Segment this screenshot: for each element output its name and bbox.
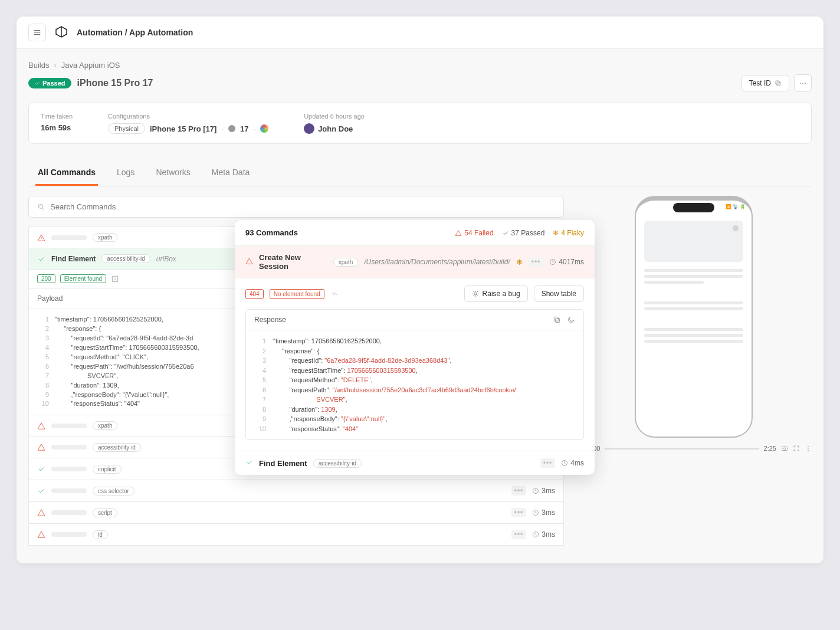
physical-tag: Physical — [108, 123, 145, 134]
meta-card: Time taken 16m 59s Configurations Physic… — [28, 103, 812, 144]
tab-logs[interactable]: Logs — [114, 160, 137, 186]
svg-point-16 — [808, 450, 809, 451]
more-vertical-icon[interactable] — [805, 445, 812, 452]
more-icon[interactable]: ••• — [511, 508, 527, 517]
breadcrumb-project[interactable]: Java Appium iOS — [61, 61, 120, 70]
more-icon[interactable]: ••• — [511, 486, 527, 496]
more-icon[interactable]: ••• — [511, 530, 527, 539]
video-scrubber[interactable] — [605, 448, 759, 449]
passed-count: 37 Passed — [502, 229, 545, 237]
table-row[interactable]: css selector •••3ms — [28, 480, 564, 502]
svg-rect-19 — [556, 319, 560, 323]
flaky-count: ❄ 4 Flaky — [553, 229, 584, 237]
check-icon — [37, 465, 45, 473]
status-badge: Passed — [28, 78, 71, 88]
fullscreen-icon[interactable] — [793, 445, 800, 452]
tab-meta-data[interactable]: Meta Data — [209, 160, 252, 186]
response-code: 1"timestamp": 1705665601625252000,2 "res… — [246, 330, 583, 439]
search-input[interactable] — [28, 196, 564, 218]
svg-point-2 — [800, 83, 801, 84]
check-icon — [245, 458, 253, 468]
warning-icon — [37, 422, 45, 430]
warning-icon — [245, 257, 253, 267]
warning-icon — [37, 508, 45, 517]
tab-all-commands[interactable]: All Commands — [35, 160, 98, 186]
check-icon — [37, 487, 45, 495]
header-breadcrumb: Automation / App Automation — [77, 28, 193, 37]
status-icons: 📶 📡 🔋 — [726, 204, 746, 209]
svg-rect-20 — [554, 317, 558, 321]
command-detail-popup: 93 Commands 54 Failed 37 Passed ❄ 4 Flak… — [235, 220, 595, 475]
more-icon[interactable]: ••• — [529, 257, 544, 267]
show-table-button[interactable]: Show table — [534, 286, 584, 302]
unlink-icon[interactable] — [330, 290, 339, 298]
breadcrumb: Builds › Java Appium iOS — [28, 61, 812, 70]
page-title: iPhone 15 Pro 17 — [77, 78, 153, 88]
raise-bug-button[interactable]: Raise a bug — [464, 286, 528, 302]
svg-rect-1 — [776, 81, 779, 84]
os-icon — [260, 124, 268, 133]
warning-icon — [37, 530, 45, 539]
tab-networks[interactable]: Networks — [153, 160, 192, 186]
svg-rect-12 — [782, 447, 788, 451]
breadcrumb-builds[interactable]: Builds — [28, 61, 49, 70]
warning-icon — [37, 234, 45, 242]
menu-button[interactable] — [28, 24, 46, 41]
table-row[interactable]: id •••3ms — [28, 523, 564, 546]
check-icon — [37, 255, 45, 263]
device-preview: 📶 📡 🔋 — [635, 196, 753, 438]
test-id-button[interactable]: Test ID — [741, 75, 789, 91]
failed-count: 54 Failed — [455, 229, 493, 237]
svg-point-15 — [808, 448, 809, 449]
svg-point-18 — [474, 293, 477, 295]
svg-point-3 — [802, 83, 803, 84]
svg-point-4 — [805, 83, 806, 84]
more-button[interactable] — [794, 74, 812, 92]
copy-icon[interactable] — [553, 316, 561, 324]
image-placeholder — [644, 221, 743, 262]
svg-point-14 — [808, 446, 809, 447]
svg-point-5 — [38, 204, 42, 208]
table-row[interactable]: script •••3ms — [28, 501, 564, 524]
apple-icon — [228, 125, 235, 132]
svg-rect-0 — [777, 82, 780, 86]
search-field[interactable] — [50, 202, 555, 211]
avatar — [304, 123, 314, 134]
camera-icon[interactable] — [781, 445, 788, 452]
moon-icon[interactable] — [567, 316, 575, 324]
expand-icon[interactable] — [111, 275, 119, 283]
more-icon[interactable]: ••• — [540, 458, 556, 468]
chevron-right-icon: › — [54, 61, 56, 70]
logo-icon — [54, 25, 68, 41]
svg-point-13 — [784, 448, 786, 449]
snowflake-icon: ❄ — [516, 258, 523, 267]
warning-icon — [37, 443, 45, 451]
notch-icon — [673, 203, 714, 212]
